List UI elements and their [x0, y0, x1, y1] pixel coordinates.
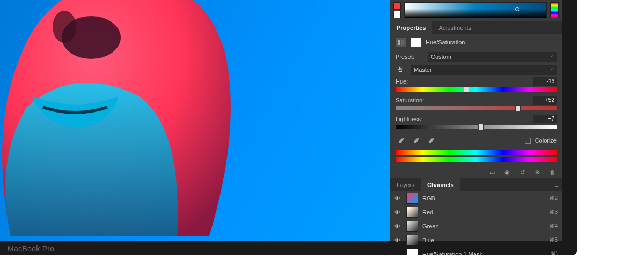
channel-thumb	[406, 193, 418, 204]
svg-rect-2	[398, 40, 400, 45]
adjustment-thumb-icon	[396, 38, 406, 47]
image-canvas[interactable]	[0, 0, 390, 241]
range-select[interactable]: Master	[411, 65, 557, 75]
hue-spectrum-bottom[interactable]	[396, 157, 557, 162]
delete-icon[interactable]: 🗑	[548, 168, 557, 177]
eye-icon[interactable]: 👁	[394, 195, 402, 202]
channel-shortcut: ⌘\	[551, 251, 558, 255]
channel-name: Blue	[422, 237, 545, 243]
colorize-checkbox[interactable]	[525, 138, 531, 144]
visibility-icon[interactable]: 👁	[533, 168, 541, 177]
channels-menu-icon[interactable]: ≡	[551, 178, 562, 191]
clip-to-layer-icon[interactable]: ▭	[488, 168, 496, 177]
hue-slider-row: Hue: -16	[390, 76, 562, 95]
hue-label: Hue:	[396, 78, 408, 85]
tab-adjustments[interactable]: Adjustments	[432, 21, 478, 34]
lightness-slider-thumb[interactable]	[478, 124, 484, 130]
hue-value[interactable]: -16	[533, 77, 557, 86]
hue-strip[interactable]	[550, 2, 559, 18]
channel-name: RGB	[422, 195, 545, 202]
background-swatch[interactable]	[393, 11, 401, 18]
channel-thumb	[406, 235, 418, 245]
panel-menu-icon[interactable]: ≡	[551, 21, 562, 34]
channel-row-red[interactable]: 👁 Red ⌘3	[390, 205, 562, 219]
canvas-artwork	[0, 0, 258, 236]
eyedropper-icon[interactable]	[396, 136, 406, 145]
channel-row-green[interactable]: 👁 Green ⌘4	[390, 219, 562, 233]
saturation-label: Saturation:	[396, 97, 424, 103]
reset-icon[interactable]: ↺	[518, 168, 526, 177]
channel-shortcut: ⌘2	[549, 195, 558, 201]
foreground-swatch[interactable]	[393, 2, 401, 10]
targeted-adjust-icon[interactable]	[396, 65, 406, 74]
right-panel-dock: Properties Adjustments ≡ Hue/Saturation …	[390, 0, 562, 241]
lightness-slider-row: Lightness: +7	[390, 114, 562, 132]
channels-tabs: Layers Channels ≡	[390, 178, 562, 191]
svg-text:+: +	[418, 137, 420, 140]
channel-thumb	[406, 207, 418, 218]
channel-row-rgb[interactable]: 👁 RGB ⌘2	[390, 191, 562, 205]
color-field-cursor	[515, 7, 519, 11]
channel-shortcut: ⌘5	[549, 237, 558, 243]
preset-select[interactable]: Custom	[428, 52, 557, 62]
saturation-slider-track[interactable]	[396, 106, 557, 110]
svg-point-1	[53, 11, 76, 43]
channel-row-blue[interactable]: 👁 Blue ⌘5	[390, 233, 562, 247]
preset-label: Preset:	[396, 54, 423, 60]
lightness-label: Lightness:	[396, 116, 422, 122]
color-field[interactable]	[404, 2, 547, 18]
channel-shortcut: ⌘3	[549, 209, 558, 215]
eye-icon[interactable]: 👁	[394, 209, 402, 215]
eyedropper-add-icon[interactable]: +	[411, 136, 421, 145]
properties-tabs: Properties Adjustments ≡	[390, 21, 562, 34]
device-label: MacBook Pro	[8, 244, 54, 253]
channels-panel: Layers Channels ≡ 👁 RGB ⌘2 👁 Red ⌘3	[390, 178, 562, 255]
color-panel	[390, 0, 562, 21]
eyedropper-minus-icon[interactable]: −	[426, 136, 436, 145]
lightness-slider-track[interactable]	[396, 125, 557, 129]
properties-panel: Properties Adjustments ≡ Hue/Saturation …	[390, 21, 562, 178]
channel-shortcut: ⌘4	[549, 223, 558, 229]
saturation-value[interactable]: +52	[533, 96, 557, 105]
eye-icon[interactable]: 👁	[394, 223, 402, 229]
channel-name: Green	[422, 223, 545, 229]
colorize-label: Colorize	[535, 137, 557, 144]
hue-spectrum-top[interactable]	[396, 150, 557, 155]
channel-thumb	[406, 221, 418, 232]
svg-text:−: −	[433, 137, 435, 140]
hue-slider-track[interactable]	[396, 87, 557, 92]
lightness-value[interactable]: +7	[533, 115, 557, 123]
adjustment-title: Hue/Saturation	[426, 39, 465, 46]
saturation-slider-row: Saturation: +52	[390, 95, 562, 114]
app-screen: Properties Adjustments ≡ Hue/Saturation …	[0, 0, 562, 241]
svg-rect-3	[401, 40, 404, 45]
tab-channels[interactable]: Channels	[421, 178, 460, 191]
mask-thumb-icon	[411, 38, 421, 47]
eye-icon[interactable]: 👁	[394, 237, 402, 243]
channel-name: Hue/Saturation 1 Mask...	[422, 251, 546, 255]
hue-slider-thumb[interactable]	[464, 86, 469, 93]
channel-name: Red	[422, 209, 545, 215]
tab-properties[interactable]: Properties	[390, 21, 432, 34]
channel-thumb	[406, 249, 418, 255]
saturation-slider-thumb[interactable]	[515, 105, 521, 111]
channel-row-mask[interactable]: Hue/Saturation 1 Mask... ⌘\	[390, 247, 562, 255]
color-swatches	[393, 2, 401, 18]
tab-layers[interactable]: Layers	[390, 178, 421, 191]
device-frame: Properties Adjustments ≡ Hue/Saturation …	[0, 0, 577, 255]
view-previous-icon[interactable]: ◉	[503, 168, 511, 177]
